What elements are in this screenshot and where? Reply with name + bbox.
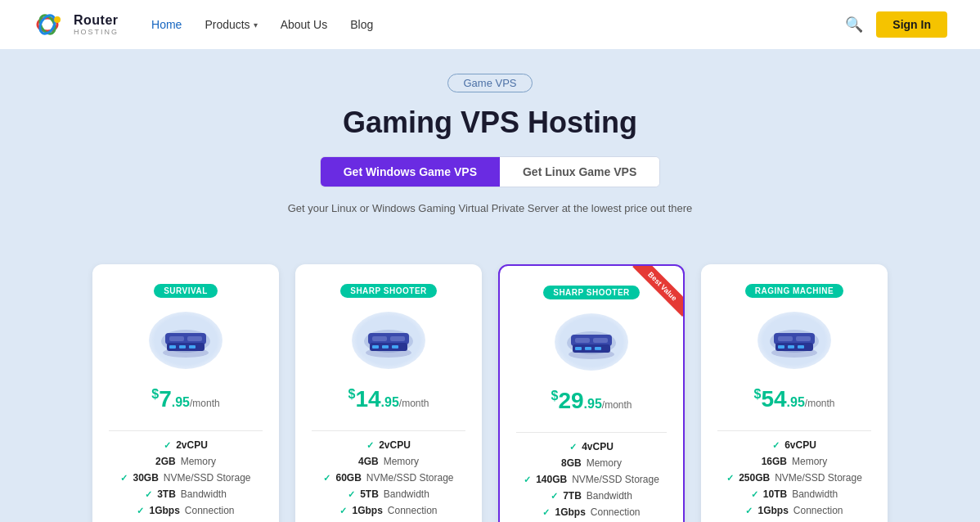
svg-rect-15	[372, 336, 387, 341]
nav-right: 🔍 Sign In	[845, 11, 947, 38]
plan-specs: ✓4vCPU 8GB Memory ✓140GB NVMe/SSD Storag…	[516, 441, 667, 518]
spec-memory: 4GB Memory	[312, 456, 465, 467]
spec-connection: ✓1Gbps Connection	[516, 506, 667, 518]
nav-links: Home Products ▾ About Us Blog	[151, 18, 845, 31]
plan-card-raging-machine: RAGING MACHINE $54.95/month	[701, 264, 888, 522]
logo-title: Router	[74, 13, 119, 28]
spec-storage: ✓30GB NVMe/SSD Storage	[109, 472, 263, 484]
divider	[717, 430, 871, 431]
server-icon	[563, 320, 620, 365]
spec-bandwidth: ✓10TB Bandwidth	[717, 488, 871, 500]
plan-badge: RAGING MACHINE	[745, 284, 843, 298]
plan-specs: ✓2vCPU 4GB Memory ✓60GB NVMe/SSD Storage…	[312, 439, 465, 516]
svg-point-30	[569, 349, 614, 359]
svg-point-2	[37, 13, 58, 37]
plan-specs: ✓2vCPU 2GB Memory ✓30GB NVMe/SSD Storage…	[109, 439, 263, 516]
plan-image	[753, 308, 835, 373]
plan-price: $54.95/month	[754, 386, 835, 412]
spec-memory: 8GB Memory	[516, 457, 667, 469]
spec-cpu: ✓4vCPU	[516, 441, 667, 452]
logo[interactable]: Router HOSTING	[33, 11, 119, 38]
navbar: Router HOSTING Home Products ▾ About Us …	[0, 0, 980, 49]
svg-rect-9	[169, 345, 176, 349]
hero-section: Game VPS Gaming VPS Hosting Get Windows …	[0, 49, 980, 248]
spec-connection: ✓1Gbps Connection	[312, 505, 465, 516]
spec-bandwidth: ✓3TB Bandwidth	[109, 488, 263, 500]
plan-specs: ✓6vCPU 16GB Memory ✓250GB NVMe/SSD Stora…	[717, 439, 871, 516]
nav-products[interactable]: Products ▾	[205, 18, 257, 31]
divider	[312, 430, 465, 431]
signin-button[interactable]: Sign In	[876, 11, 947, 38]
spec-bandwidth: ✓7TB Bandwidth	[516, 490, 667, 502]
plan-price: $7.95/month	[151, 386, 219, 412]
logo-text: Router HOSTING	[74, 13, 119, 36]
svg-rect-34	[796, 336, 811, 341]
plan-badge: SURVIVAL	[154, 284, 218, 298]
server-icon	[157, 318, 214, 363]
page-title: Gaming VPS Hosting	[16, 106, 964, 140]
spec-bandwidth: ✓5TB Bandwidth	[312, 488, 465, 500]
nav-about[interactable]: About Us	[281, 18, 328, 31]
svg-rect-6	[169, 336, 184, 341]
plan-price: $14.95/month	[348, 386, 429, 412]
spec-connection: ✓1Gbps Connection	[717, 505, 871, 516]
svg-rect-16	[390, 336, 405, 341]
linux-toggle-button[interactable]: Get Linux Game VPS	[500, 157, 659, 187]
svg-point-21	[366, 348, 411, 358]
plan-card-survival: SURVIVAL $7.95/month ✓2vCPU	[92, 264, 279, 522]
divider	[109, 430, 263, 431]
spec-memory: 16GB Memory	[717, 456, 871, 467]
spec-storage: ✓140GB NVMe/SSD Storage	[516, 474, 667, 485]
chevron-down-icon: ▾	[254, 20, 258, 29]
logo-sub: HOSTING	[74, 28, 119, 36]
spec-connection: ✓1Gbps Connection	[109, 505, 263, 516]
svg-point-39	[771, 348, 817, 358]
windows-toggle-button[interactable]: Get Windows Game VPS	[321, 157, 500, 187]
divider	[516, 432, 667, 433]
svg-point-12	[163, 348, 209, 358]
svg-rect-18	[372, 345, 379, 349]
svg-rect-24	[575, 338, 590, 343]
pricing-cards: SURVIVAL $7.95/month ✓2vCPU	[0, 248, 980, 522]
nav-blog[interactable]: Blog	[350, 18, 373, 31]
svg-rect-27	[575, 347, 582, 350]
breadcrumb: Game VPS	[447, 74, 532, 92]
hero-subtitle: Get your Linux or Windows Gaming Virtual…	[288, 202, 693, 214]
plan-image	[348, 308, 429, 373]
os-toggle: Get Windows Game VPS Get Linux Game VPS	[320, 156, 661, 187]
search-icon[interactable]: 🔍	[845, 16, 863, 34]
svg-rect-25	[593, 338, 608, 343]
plan-card-sharp-shooter: SHARP SHOOTER $14.95/month	[295, 264, 482, 522]
svg-rect-33	[778, 336, 793, 341]
spec-cpu: ✓6vCPU	[717, 439, 871, 451]
spec-storage: ✓60GB NVMe/SSD Storage	[312, 472, 465, 484]
spec-cpu: ✓2vCPU	[312, 439, 465, 451]
svg-point-3	[54, 16, 61, 23]
best-value-ribbon	[624, 266, 683, 325]
spec-storage: ✓250GB NVMe/SSD Storage	[717, 472, 871, 484]
svg-rect-7	[187, 336, 202, 341]
plan-card-featured: SHARP SHOOTER $29.95/month	[498, 264, 685, 522]
spec-memory: 2GB Memory	[109, 456, 263, 467]
svg-rect-36	[778, 345, 784, 349]
plan-badge: SHARP SHOOTER	[340, 284, 437, 298]
logo-icon	[33, 11, 67, 38]
server-icon	[766, 318, 823, 363]
plan-image	[551, 309, 632, 375]
spec-cpu: ✓2vCPU	[109, 439, 263, 451]
plan-price: $29.95/month	[551, 388, 632, 414]
nav-home[interactable]: Home	[151, 18, 182, 31]
plan-image	[145, 308, 227, 373]
server-icon	[360, 318, 417, 363]
